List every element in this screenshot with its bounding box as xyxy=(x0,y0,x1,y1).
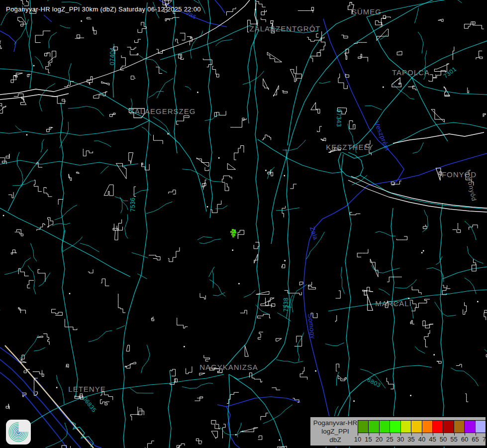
spiral-icon xyxy=(6,420,31,445)
city-label: Fonyód xyxy=(466,176,478,202)
legend-color-cell xyxy=(432,420,443,433)
legend-color-cell xyxy=(443,420,454,433)
city-label: SÜMEG xyxy=(352,7,382,16)
legend-color-cell xyxy=(475,420,486,433)
legend-color-cell xyxy=(464,420,475,433)
radar-title: Poganyvar-HR logZ_PPI 30km (dbZ) Saturda… xyxy=(6,5,201,13)
echo-pixel xyxy=(234,231,236,233)
road-number-labels: 7301074040734375367538680306835 xyxy=(82,47,458,414)
legend-color-cell xyxy=(368,420,379,433)
legend-color-cell xyxy=(411,420,422,433)
echo-pixel xyxy=(232,229,234,231)
city-label: MARCALI xyxy=(375,299,412,308)
radar-viewport: 7301074040734375367538680306835VasVeszpr… xyxy=(0,0,487,448)
road-number-label: 7536 xyxy=(129,198,136,212)
major-roads xyxy=(0,0,487,212)
road-number-label: 07404 xyxy=(109,47,116,65)
legend-color-cell xyxy=(422,420,433,433)
echo-pixel xyxy=(232,231,234,233)
legend-field-label: logZ_PPI xyxy=(312,427,358,436)
county-boundaries xyxy=(0,0,487,448)
city-label: KESZTHELY xyxy=(326,143,373,151)
echo-pixel xyxy=(232,235,234,237)
echo-pixel xyxy=(234,229,236,231)
city-label: ZALASZENTGRÓT xyxy=(249,24,320,33)
legend-panel: Poganyvar-HR logZ_PPI dbZ 10152025303540… xyxy=(309,416,487,447)
city-label: ZALAEGERSZEG xyxy=(130,107,196,115)
radar-echo xyxy=(230,229,236,237)
legend-color-cell xyxy=(400,420,411,433)
legend-color-cell xyxy=(379,420,390,433)
echo-pixel xyxy=(231,233,233,235)
county-label: Veszprém xyxy=(373,120,391,152)
legend-tick-value: 70 xyxy=(480,436,487,443)
echo-pixel xyxy=(230,231,232,233)
legend-colorbar xyxy=(358,420,486,433)
legend-color-cell xyxy=(358,420,369,433)
legend-color-cell xyxy=(390,420,400,433)
road-number-label: 07343 xyxy=(335,109,342,127)
city-label: TAPOLCA xyxy=(392,68,430,77)
county-label: Somogy xyxy=(306,313,317,339)
road-number-label: 06835 xyxy=(82,395,98,414)
radar-map: 7301074040734375367538680306835VasVeszpr… xyxy=(0,0,487,448)
road-number-label: 6803 xyxy=(366,376,382,389)
road-network xyxy=(0,0,487,448)
road-number-label: 7301 xyxy=(442,65,458,80)
minor-roads xyxy=(0,0,487,448)
radar-logo xyxy=(6,420,31,445)
legend-product-label: Poganyvar-HR xyxy=(312,419,358,427)
road-number-label: 7538 xyxy=(283,298,290,312)
legend-color-cell xyxy=(454,420,465,433)
settlement-outlines xyxy=(0,0,487,448)
city-label: NAGYKANIZSA xyxy=(199,363,258,371)
city-label: LETENYE xyxy=(68,385,105,393)
